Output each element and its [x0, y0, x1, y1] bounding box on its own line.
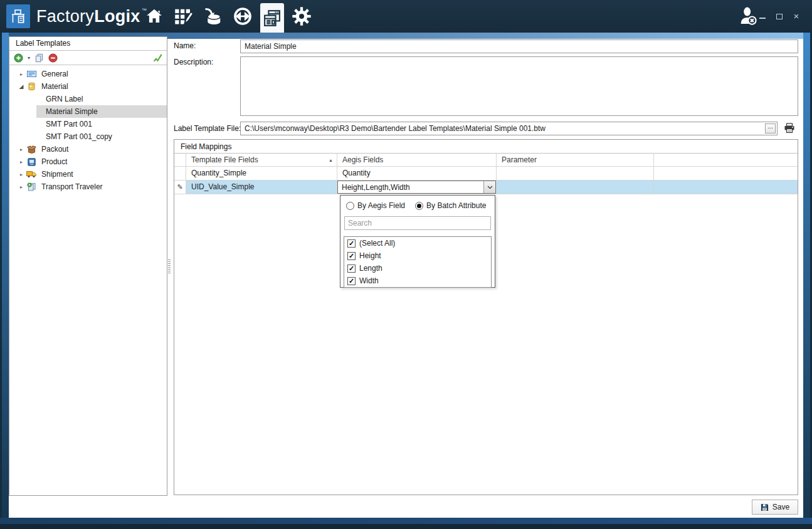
row-edit-indicator: ✎ [174, 181, 186, 194]
column-header-indicator [174, 153, 186, 167]
remove-template-button[interactable] [48, 53, 58, 63]
batch-attribute-dropdown: By Aegis Field By Batch Attribute ✓ (Sel… [340, 195, 495, 288]
cell-parameter[interactable] [497, 167, 654, 181]
option-label: Width [359, 276, 379, 285]
tree-item-grn-label[interactable]: GRN Label [9, 93, 167, 105]
browse-button[interactable]: ... [765, 123, 776, 134]
option-select-all[interactable]: ✓ (Select All) [344, 237, 491, 249]
expander-icon[interactable]: ▸ [17, 159, 26, 165]
expander-icon[interactable]: ▸ [17, 147, 26, 152]
cell-parameter[interactable] [497, 181, 654, 194]
nav-warehouse-icon[interactable] [201, 0, 225, 33]
window-controls: × [758, 0, 801, 33]
cell-empty [654, 167, 798, 181]
radio-by-batch-attribute[interactable]: By Batch Attribute [415, 201, 486, 210]
field-mappings-table: Template File Fields ▲ Aegis Fields Para… [174, 153, 798, 194]
template-tree: ▸ General ◢ Material GRN Label Material … [9, 65, 167, 193]
add-dropdown-caret-icon[interactable]: ▾ [28, 55, 30, 61]
description-input[interactable] [240, 56, 798, 116]
tree-item-general[interactable]: ▸ General [9, 68, 167, 80]
tree-item-material-simple[interactable]: Material Simple [9, 105, 167, 118]
tree-item-label: Product [41, 157, 67, 166]
copy-template-button[interactable] [34, 53, 44, 63]
radio-label: By Aegis Field [357, 201, 405, 210]
option-width[interactable]: ✓ Width [344, 275, 491, 287]
option-height[interactable]: ✓ Height [344, 249, 491, 262]
expander-icon[interactable]: ◢ [17, 83, 26, 90]
nav-home-icon[interactable] [142, 0, 166, 33]
validate-template-button[interactable] [153, 53, 162, 63]
close-button[interactable]: × [792, 12, 801, 21]
option-length[interactable]: ✓ Length [344, 262, 491, 275]
cell-template-field[interactable]: Quantity_Simple [186, 167, 337, 181]
app-name: FactoryLogix™ [36, 0, 147, 33]
tree-item-smt-part-001[interactable]: SMT Part 001 [9, 118, 167, 130]
workstation-icon [10, 8, 26, 24]
expander-icon[interactable]: ▸ [17, 172, 26, 177]
aegis-field-combobox[interactable]: Height,Length,Width [337, 181, 496, 194]
sort-ascending-icon: ▲ [329, 154, 333, 167]
add-template-button[interactable] [14, 53, 23, 63]
checkbox-checked-icon: ✓ [347, 252, 356, 260]
combobox-value: Height,Length,Width [338, 181, 483, 193]
cell-template-field[interactable]: UID_Value_Simple [186, 181, 337, 194]
tree-item-transport-traveler[interactable]: ▸ Transport Traveler [9, 181, 167, 193]
combobox-dropdown-button[interactable] [483, 181, 495, 193]
tree-item-label: Material Simple [46, 107, 98, 116]
option-label: (Select All) [359, 239, 395, 248]
chevron-down-icon [487, 186, 493, 189]
description-label: Description: [174, 58, 213, 66]
tree-item-label: SMT Part 001_copy [46, 132, 112, 141]
printer-icon[interactable] [784, 123, 795, 134]
column-header-parameter[interactable]: Parameter [497, 153, 654, 167]
user-logout-icon[interactable] [737, 6, 759, 27]
radio-checked-icon [415, 202, 423, 210]
tree-item-label: GRN Label [46, 95, 83, 103]
checkbox-checked-icon: ✓ [347, 264, 356, 273]
tree-item-label: Packout [41, 145, 68, 154]
checkbox-checked-icon: ✓ [347, 239, 356, 248]
tree-item-material[interactable]: ◢ Material [9, 80, 167, 93]
floppy-disk-icon [761, 503, 769, 511]
field-mappings-group: Field Mappings Template File Fields ▲ Ae… [174, 139, 798, 495]
radio-icon [346, 202, 354, 210]
tree-item-shipment[interactable]: ▸ Shipment [9, 168, 167, 181]
tree-item-packout[interactable]: ▸ Packout [9, 143, 167, 155]
search-input[interactable] [345, 217, 490, 229]
option-label: Length [359, 264, 382, 273]
minimize-button[interactable] [758, 12, 767, 21]
nav-settings-gear-icon[interactable] [290, 0, 314, 33]
maximize-button[interactable] [775, 12, 784, 21]
tree-item-product[interactable]: ▸ Product [9, 155, 167, 168]
column-header-aegis-fields[interactable]: Aegis Fields [337, 153, 497, 167]
nav-templates-icon[interactable] [260, 3, 284, 33]
expander-icon[interactable]: ▸ [17, 184, 26, 190]
tree-item-label: Transport Traveler [41, 182, 103, 191]
tree-item-smt-part-001-copy[interactable]: SMT Part 001_copy [9, 130, 167, 143]
column-header-empty [654, 153, 798, 167]
window-right-border [803, 33, 812, 524]
nav-production-icon[interactable] [231, 0, 255, 33]
radio-by-aegis-field[interactable]: By Aegis Field [346, 201, 405, 210]
truck-icon [26, 170, 37, 178]
cell-aegis-field[interactable]: Quantity [337, 167, 497, 181]
radio-label: By Batch Attribute [426, 201, 486, 210]
traveler-pages-icon [26, 182, 37, 191]
attribute-option-list: ✓ (Select All) ✓ Height ✓ Length ✓ Width [344, 236, 492, 288]
column-header-label: Parameter [502, 154, 537, 167]
brand-bold: Logix [94, 7, 140, 26]
file-path-input[interactable] [240, 122, 778, 135]
expander-icon[interactable]: ▸ [17, 71, 26, 77]
nav-engineering-icon[interactable] [172, 0, 196, 33]
panel-title: Label Templates [9, 37, 167, 51]
panel-splitter[interactable] [168, 259, 171, 275]
edit-pencil-icon: ✎ [177, 183, 182, 191]
open-box-icon [26, 145, 37, 154]
mapping-mode-radios: By Aegis Field By Batch Attribute [340, 196, 495, 210]
save-button[interactable]: Save [752, 500, 798, 515]
tree-item-label: General [41, 70, 68, 78]
name-label: Name: [174, 41, 196, 50]
window-left-border [0, 33, 9, 524]
column-header-template-file-fields[interactable]: Template File Fields ▲ [186, 153, 337, 167]
name-input[interactable] [240, 39, 798, 53]
